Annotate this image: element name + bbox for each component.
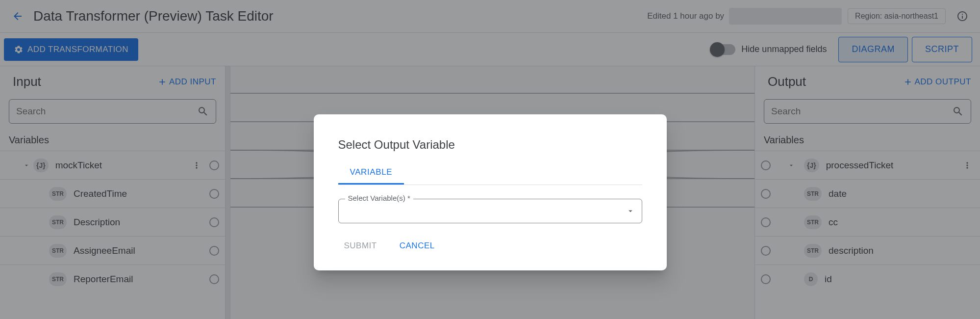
dialog-tab-variable[interactable]: VARIABLE	[338, 162, 404, 185]
select-variable-field-label: Select Variable(s) *	[345, 194, 413, 202]
select-output-variable-dialog: Select Output Variable VARIABLE Select V…	[314, 114, 667, 270]
main-area: Input ADD INPUT Variables {J} mockTicket	[0, 66, 980, 319]
submit-button[interactable]: SUBMIT	[340, 238, 381, 254]
cancel-button[interactable]: CANCEL	[396, 238, 439, 254]
dialog-title: Select Output Variable	[338, 138, 642, 152]
select-variable-dropdown[interactable]	[338, 199, 642, 223]
caret-down-icon	[626, 207, 635, 215]
modal-scrim[interactable]: Select Output Variable VARIABLE Select V…	[0, 0, 980, 319]
